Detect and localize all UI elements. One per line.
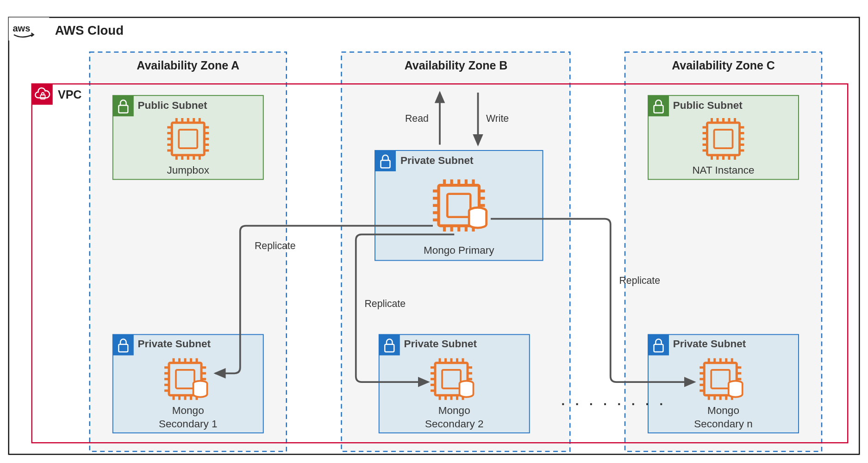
subnet-title: Private Subnet [138,338,211,350]
az-a-title: Availability Zone A [137,59,239,72]
subnet-title: Private Subnet [400,155,474,166]
zone-c-private-secondary: Private Subnet Mongo Secondary n [648,335,799,433]
write-label: Write [486,113,509,124]
sec2-l2: Secondary 2 [425,418,483,430]
aws-cloud-label: AWS Cloud [55,23,124,38]
subnet-title: Public Subnet [138,100,208,111]
lock-icon [375,150,396,171]
lock-icon [113,335,134,356]
sec2-l1: Mongo [438,405,470,416]
replicate-label-n: Replicate [619,275,661,286]
subnet-title: Private Subnet [673,338,746,350]
jumpbox-label: Jumpbox [167,164,210,176]
architecture-diagram: aws AWS Cloud Availability Zone A Availa… [0,0,868,463]
subnet-title: Public Subnet [673,100,743,111]
replicate-label-1: Replicate [255,240,296,251]
vpc-icon [32,84,53,105]
primary-label: Mongo Primary [424,244,494,256]
replicate-label-2: Replicate [365,298,406,309]
az-c-title: Availability Zone C [672,59,775,72]
secn-l1: Mongo [707,405,739,416]
lock-icon [648,95,669,116]
secn-l2: Secondary n [694,418,752,430]
lock-icon [113,95,134,116]
sec1-l1: Mongo [172,405,204,416]
sec1-l2: Secondary 1 [159,418,217,430]
lock-icon [648,335,669,356]
svg-text:aws: aws [13,23,31,33]
zone-c-public-subnet: Public Subnet NAT Instance [648,95,799,179]
subnet-title: Private Subnet [404,338,477,350]
zone-b-private-primary: Private Subnet Mongo Primary [375,150,543,261]
zone-a-public-subnet: Public Subnet Jumpbox [113,95,263,179]
read-label: Read [405,113,429,124]
lock-icon [379,335,400,356]
nat-label: NAT Instance [692,164,754,176]
az-b-title: Availability Zone B [405,59,508,72]
vpc-label: VPC [58,88,81,101]
zone-b-private-secondary: Private Subnet Mongo Secondary 2 [379,335,530,433]
ellipsis: . . . . . . . . [562,394,667,408]
